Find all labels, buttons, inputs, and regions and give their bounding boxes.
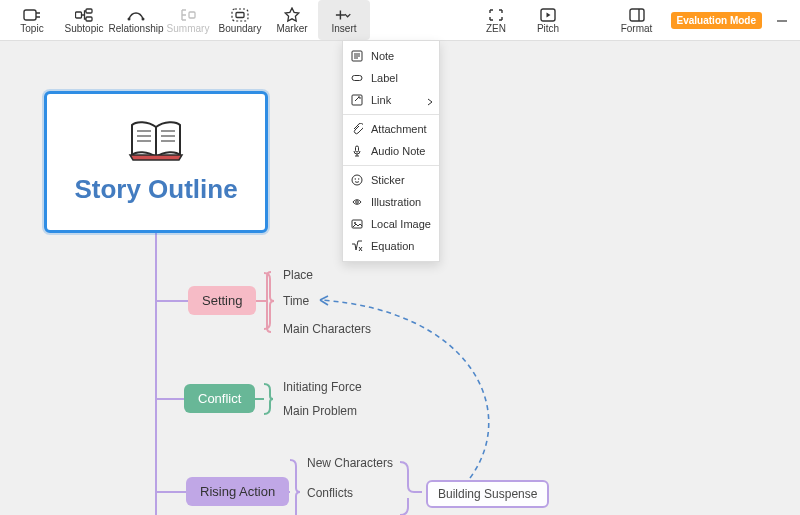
relationship-button[interactable]: Relationship bbox=[110, 0, 162, 40]
marker-icon bbox=[283, 7, 301, 23]
insert-menu-item-label: Link bbox=[371, 94, 391, 106]
insert-menu-illustration[interactable]: Illustration bbox=[343, 191, 439, 213]
svg-rect-6 bbox=[189, 12, 195, 18]
audio-note-icon bbox=[349, 144, 365, 158]
svg-rect-3 bbox=[86, 17, 92, 21]
insert-menu-item-label: Illustration bbox=[371, 196, 421, 208]
insert-menu-item-label: Equation bbox=[371, 240, 414, 252]
sticker-icon bbox=[349, 173, 365, 187]
insert-icon bbox=[335, 7, 353, 23]
root-topic[interactable]: Story Outline bbox=[44, 91, 268, 233]
topic-conflict[interactable]: Conflict bbox=[184, 384, 255, 413]
svg-rect-8 bbox=[236, 12, 244, 17]
marker-button[interactable]: Marker bbox=[266, 0, 318, 40]
marker-label: Marker bbox=[276, 24, 307, 34]
boundary-label: Boundary bbox=[219, 24, 262, 34]
insert-menu-item-label: Note bbox=[371, 50, 394, 62]
topic-setting[interactable]: Setting bbox=[188, 286, 256, 315]
root-title: Story Outline bbox=[74, 174, 237, 205]
insert-menu-item-label: Local Image bbox=[371, 218, 431, 230]
insert-menu-item-label: Attachment bbox=[371, 123, 427, 135]
svg-point-18 bbox=[356, 201, 359, 204]
leaf-time[interactable]: Time bbox=[283, 294, 309, 308]
topic-button[interactable]: Topic bbox=[6, 0, 58, 40]
svg-rect-14 bbox=[356, 146, 359, 152]
minimize-button[interactable] bbox=[770, 8, 794, 32]
topic-label: Building Suspense bbox=[438, 487, 537, 501]
svg-point-16 bbox=[355, 178, 356, 179]
summary-icon bbox=[179, 7, 197, 23]
summary-button: Summary bbox=[162, 0, 214, 40]
leaf-initiating-force[interactable]: Initiating Force bbox=[283, 380, 362, 394]
svg-rect-12 bbox=[352, 76, 362, 81]
insert-menu-attachment[interactable]: Attachment bbox=[343, 118, 439, 140]
toolbar-left-group: Topic Subtopic Relationship Summary Boun bbox=[6, 0, 370, 40]
relationship-label: Relationship bbox=[108, 24, 163, 34]
boundary-icon bbox=[231, 7, 249, 23]
svg-point-5 bbox=[142, 17, 145, 20]
svg-rect-2 bbox=[86, 9, 92, 13]
topic-label: Setting bbox=[202, 293, 242, 308]
svg-point-4 bbox=[128, 17, 131, 20]
insert-menu-link[interactable]: Link bbox=[343, 89, 439, 111]
top-toolbar: Topic Subtopic Relationship Summary Boun bbox=[0, 0, 800, 40]
evaluation-mode-badge[interactable]: Evaluation Mode bbox=[671, 12, 762, 29]
topic-label: Rising Action bbox=[200, 484, 275, 499]
note-icon bbox=[349, 49, 365, 63]
insert-menu-item-label: Audio Note bbox=[371, 145, 425, 157]
svg-rect-7 bbox=[232, 9, 248, 21]
svg-rect-10 bbox=[630, 9, 644, 21]
insert-menu-local-image[interactable]: Local Image bbox=[343, 213, 439, 235]
menu-separator bbox=[343, 114, 439, 115]
insert-menu-equation[interactable]: Equation bbox=[343, 235, 439, 257]
topic-label: Conflict bbox=[198, 391, 241, 406]
topic-label: Topic bbox=[20, 24, 43, 34]
leaf-place[interactable]: Place bbox=[283, 268, 313, 282]
local-image-icon bbox=[349, 217, 365, 231]
toolbar-right-group: Format bbox=[611, 0, 663, 40]
illustration-icon bbox=[349, 195, 365, 209]
insert-menu-note[interactable]: Note bbox=[343, 45, 439, 67]
topic-rising-action[interactable]: Rising Action bbox=[186, 477, 289, 506]
pitch-button[interactable]: Pitch bbox=[522, 0, 574, 40]
insert-menu-audio-note[interactable]: Audio Note bbox=[343, 140, 439, 162]
insert-menu-item-label: Label bbox=[371, 72, 398, 84]
summary-label: Summary bbox=[167, 24, 210, 34]
insert-button[interactable]: Insert bbox=[318, 0, 370, 40]
svg-rect-0 bbox=[24, 10, 36, 20]
toolbar-mid-group: ZEN Pitch bbox=[470, 0, 574, 40]
topic-icon bbox=[23, 7, 41, 23]
equation-icon bbox=[349, 239, 365, 253]
zen-icon bbox=[487, 7, 505, 23]
subtopic-icon bbox=[75, 7, 93, 23]
subtopic-button[interactable]: Subtopic bbox=[58, 0, 110, 40]
zen-label: ZEN bbox=[486, 24, 506, 34]
leaf-new-characters[interactable]: New Characters bbox=[307, 456, 393, 470]
link-icon bbox=[349, 93, 365, 107]
leaf-conflicts[interactable]: Conflicts bbox=[307, 486, 353, 500]
subtopic-label: Subtopic bbox=[65, 24, 104, 34]
insert-menu-sticker[interactable]: Sticker bbox=[343, 169, 439, 191]
topic-building-suspense[interactable]: Building Suspense bbox=[426, 480, 549, 508]
book-icon bbox=[128, 119, 184, 166]
label-icon bbox=[349, 71, 365, 85]
zen-button[interactable]: ZEN bbox=[470, 0, 522, 40]
insert-menu: Note Label Link Attachment Audio Note St… bbox=[342, 40, 440, 262]
pitch-icon bbox=[539, 7, 557, 23]
format-button[interactable]: Format bbox=[611, 0, 663, 40]
boundary-button[interactable]: Boundary bbox=[214, 0, 266, 40]
relationship-icon bbox=[127, 7, 145, 23]
menu-separator bbox=[343, 165, 439, 166]
insert-menu-item-label: Sticker bbox=[371, 174, 405, 186]
format-label: Format bbox=[621, 24, 653, 34]
svg-point-17 bbox=[358, 178, 359, 179]
svg-rect-1 bbox=[76, 12, 82, 18]
insert-menu-label[interactable]: Label bbox=[343, 67, 439, 89]
insert-label: Insert bbox=[331, 24, 356, 34]
pitch-label: Pitch bbox=[537, 24, 559, 34]
leaf-main-problem[interactable]: Main Problem bbox=[283, 404, 357, 418]
leaf-main-characters[interactable]: Main Characters bbox=[283, 322, 371, 336]
attachment-icon bbox=[349, 122, 365, 136]
format-icon bbox=[628, 7, 646, 23]
svg-point-15 bbox=[352, 175, 362, 185]
